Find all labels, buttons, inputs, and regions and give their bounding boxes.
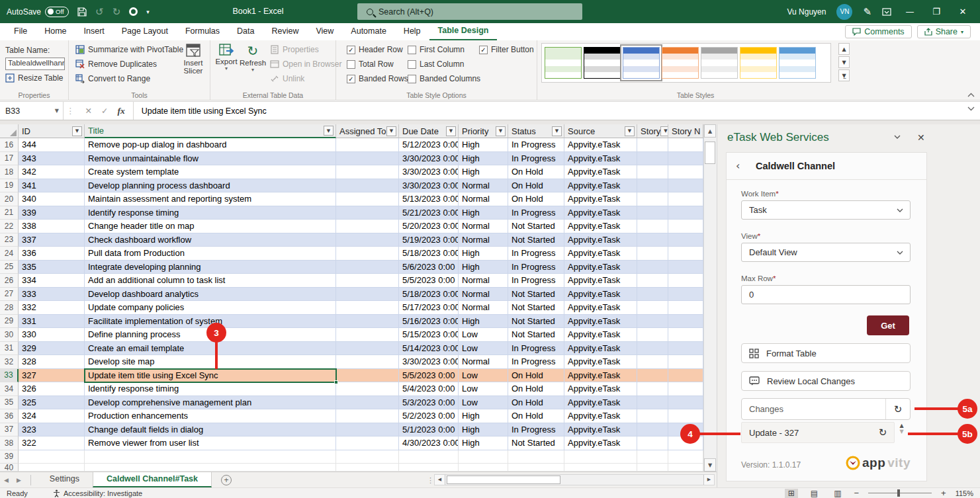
cell[interactable]: 327 [19, 369, 85, 383]
cell[interactable]: Production enhancements [85, 409, 336, 423]
cell[interactable]: Normal [459, 192, 508, 206]
cell[interactable]: Appvity.eTask [564, 369, 637, 383]
cell[interactable] [508, 450, 564, 464]
row-header-32[interactable]: 32 [0, 355, 19, 369]
cell[interactable]: On Hold [508, 165, 564, 179]
cell[interactable]: Low [459, 328, 508, 342]
get-button[interactable]: Get [867, 315, 909, 335]
cell[interactable]: High [459, 165, 508, 179]
cell[interactable]: Not Started [508, 328, 564, 342]
pane-options-icon[interactable] [894, 135, 901, 139]
cell[interactable]: 5/6/2023 0:00 [399, 261, 459, 274]
cell[interactable]: 340 [19, 192, 85, 206]
filter-dropdown-icon[interactable]: ▼ [552, 126, 562, 136]
change-item-refresh-icon[interactable]: ↻ [871, 427, 894, 438]
scroll-right-icon[interactable]: ▶ [703, 475, 714, 485]
cell[interactable]: 335 [19, 261, 85, 274]
cell[interactable]: Appvity.eTask [564, 301, 637, 315]
column-header-due-date[interactable]: Due Date▼ [399, 124, 459, 138]
fill-handle[interactable] [334, 380, 338, 384]
cell[interactable]: Develop comprehensive management plan [85, 396, 336, 410]
new-sheet-icon[interactable]: + [221, 475, 232, 485]
column-header-assigned-to[interactable]: Assigned To▼ [336, 124, 399, 138]
cell[interactable]: Create an email template [85, 342, 336, 356]
collapse-ribbon-icon[interactable] [967, 93, 975, 97]
cell[interactable]: 341 [19, 179, 85, 193]
insert-slicer-button[interactable]: Insert Slicer [180, 43, 206, 75]
cell[interactable] [336, 274, 399, 288]
cell[interactable] [336, 369, 399, 383]
cell[interactable]: Low [459, 342, 508, 356]
cell[interactable] [336, 247, 399, 261]
ribbon-tab-home[interactable]: Home [36, 24, 75, 40]
cell[interactable]: 5/2/2023 0:00 [399, 409, 459, 423]
cell[interactable]: In Progress [508, 138, 564, 152]
row-header-40[interactable]: 40 [0, 464, 19, 472]
row-header-18[interactable]: 18 [0, 165, 19, 179]
cell[interactable]: Develop dashboard analytics [85, 288, 336, 302]
cell[interactable]: On Hold [508, 382, 564, 396]
cell[interactable]: 328 [19, 355, 85, 369]
cell[interactable]: Appvity.eTask [564, 233, 637, 247]
cell[interactable]: 344 [19, 138, 85, 152]
cell[interactable]: 5/13/2023 0:00 [399, 192, 459, 206]
cell[interactable]: 5/17/2023 0:00 [399, 301, 459, 315]
cell[interactable]: Appvity.eTask [564, 247, 637, 261]
column-header-priority[interactable]: Priority▼ [459, 124, 508, 138]
zoom-slider-thumb[interactable] [897, 489, 900, 497]
zoom-out-icon[interactable]: − [854, 488, 859, 498]
cancel-icon[interactable]: ✕ [85, 106, 92, 116]
row-header-36[interactable]: 36 [0, 409, 19, 423]
autosave-toggle[interactable]: AutoSave Off [7, 7, 69, 17]
cell[interactable] [637, 274, 668, 288]
cell[interactable]: Not Started [508, 288, 564, 302]
cell[interactable]: On Hold [508, 409, 564, 423]
cell[interactable]: 331 [19, 315, 85, 329]
row-header-25[interactable]: 25 [0, 261, 19, 274]
cell[interactable] [637, 409, 668, 423]
cell[interactable]: In Progress [508, 152, 564, 166]
cell[interactable] [336, 436, 399, 450]
cell[interactable] [637, 450, 668, 464]
vertical-scroll-thumb[interactable] [705, 142, 715, 164]
cell[interactable]: 324 [19, 409, 85, 423]
cell[interactable]: Low [459, 369, 508, 383]
cell[interactable]: Integrate developing planning [85, 261, 336, 274]
resize-table-button[interactable]: Resize Table [5, 73, 63, 83]
cell[interactable]: Remove pop-up dialog in dashboard [85, 138, 336, 152]
cell[interactable]: Appvity.eTask [564, 274, 637, 288]
cell[interactable]: Appvity.eTask [564, 288, 637, 302]
format-table-button[interactable]: Format Table [741, 343, 911, 363]
cell[interactable] [336, 301, 399, 315]
cell[interactable]: 336 [19, 247, 85, 261]
cell[interactable] [668, 369, 703, 383]
row-header-37[interactable]: 37 [0, 423, 19, 437]
insert-function-icon[interactable]: fx [117, 106, 124, 116]
cell[interactable] [637, 436, 668, 450]
cell[interactable]: On Hold [508, 396, 564, 410]
cell[interactable] [336, 179, 399, 193]
search-input[interactable]: Search (Alt+Q) [357, 3, 582, 20]
cell[interactable]: Appvity.eTask [564, 152, 637, 166]
cell[interactable]: Appvity.eTask [564, 355, 637, 369]
cell[interactable]: Identify response timing [85, 206, 336, 220]
cell[interactable]: On Hold [508, 369, 564, 383]
cell[interactable] [336, 206, 399, 220]
cell[interactable] [668, 342, 703, 356]
checked-checkbox-icon[interactable]: ✓ [347, 46, 355, 54]
scroll-down-icon[interactable]: ▼ [704, 458, 716, 472]
sheet-nav-right-icon[interactable]: ▶ [13, 477, 25, 483]
row-header-20[interactable]: 20 [0, 192, 19, 206]
cell[interactable] [336, 315, 399, 329]
cell[interactable]: Appvity.eTask [564, 342, 637, 356]
table-name-input[interactable]: Tablealdwellhann [5, 58, 65, 70]
cell[interactable] [336, 423, 399, 437]
cell[interactable] [668, 409, 703, 423]
checked-checkbox-icon[interactable]: ✓ [347, 75, 355, 83]
cell[interactable]: 330 [19, 328, 85, 342]
cell[interactable]: Appvity.eTask [564, 315, 637, 329]
cell[interactable] [668, 179, 703, 193]
convert-to-range-button[interactable]: Convert to Range [75, 74, 150, 83]
cell[interactable]: High [459, 247, 508, 261]
cell[interactable] [336, 233, 399, 247]
